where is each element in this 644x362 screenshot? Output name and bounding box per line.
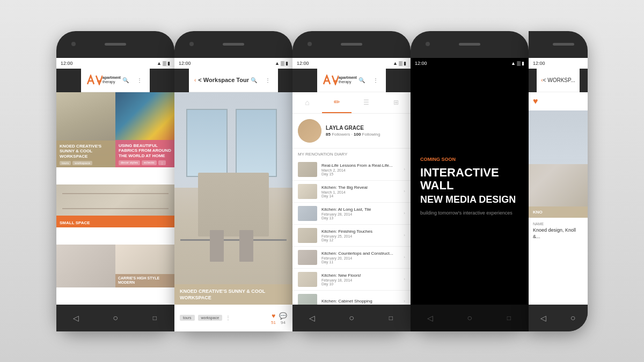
partial-like-row: ♥ bbox=[529, 92, 588, 110]
app-bar-icons-1[interactable]: 🔍 ⋮ bbox=[121, 75, 144, 85]
signal-icon-1: ||| bbox=[163, 61, 166, 66]
phone-top-1 bbox=[56, 31, 174, 58]
partial-caption-title: Kno bbox=[533, 210, 583, 215]
back-btn-3[interactable]: ◁ bbox=[306, 312, 318, 324]
app-bar-1: apartment therapy 🔍 ⋮ bbox=[81, 69, 150, 92]
profile-tabs[interactable]: ⌂ ✏ ☰ ⊞ bbox=[292, 92, 411, 114]
search-icon-3[interactable]: 🔍 bbox=[357, 75, 367, 85]
speaker-1 bbox=[105, 43, 126, 46]
phone-top-3 bbox=[292, 31, 411, 58]
feed-item-knoed[interactable]: KNOED CREATIVE'S SUNNY & COOL WORKSPACE … bbox=[56, 92, 115, 167]
home-btn-5[interactable]: ○ bbox=[567, 312, 579, 324]
followers-count: 85 bbox=[326, 132, 331, 137]
diary-title-6: Kitchen: Cabinet Shopping bbox=[321, 299, 399, 304]
diary-item-5[interactable]: Kitchen: New Floors! February 18, 2014 D… bbox=[292, 269, 411, 291]
status-time-2: 12:00 bbox=[179, 61, 191, 66]
diary-thumb-2 bbox=[298, 206, 317, 221]
profile-avatar bbox=[298, 119, 321, 143]
feed-item-bookshelf[interactable] bbox=[56, 245, 115, 287]
recents-btn-4[interactable]: □ bbox=[503, 312, 515, 324]
heart-icon-5[interactable]: ♥ bbox=[533, 97, 538, 106]
at-logo-3 bbox=[323, 75, 339, 85]
status-bar-5: 12:00 bbox=[529, 58, 588, 69]
diary-item-3[interactable]: Kitchen: Finishing Touches February 25, … bbox=[292, 225, 411, 247]
partial-name-section: NAME Knoed design, Knoll &... bbox=[529, 218, 588, 245]
diary-info-0: Real-Life Lessons From a Real-Life... Ma… bbox=[321, 163, 399, 176]
app-bar-icons-3[interactable]: 🔍 ⋮ bbox=[357, 75, 380, 85]
diary-thumb-1 bbox=[298, 184, 317, 199]
diary-date-5: February 18, 2014 bbox=[321, 278, 399, 282]
diary-title-2: Kitchen: At Long Last, Tile bbox=[321, 207, 399, 212]
dark-screen: COMING SOON INTERACTIVE WALL NEW MEDIA D… bbox=[411, 69, 529, 305]
partial-name-label: NAME bbox=[533, 222, 583, 226]
promo-subtitle: building tomorrow's interactive experien… bbox=[420, 210, 513, 217]
diary-date-3: February 25, 2014 bbox=[321, 234, 399, 238]
diary-date-1: March 1, 2014 bbox=[321, 190, 399, 194]
feed-title-carrie: CARRIE'S HIGH STYLE MODERN bbox=[118, 276, 172, 285]
diary-info-3: Kitchen: Finishing Touches February 25, … bbox=[321, 229, 399, 242]
home-btn-3[interactable]: ○ bbox=[346, 312, 357, 324]
wifi-icon-2: ▲ bbox=[275, 61, 280, 66]
back-btn-5[interactable]: ◁ bbox=[538, 312, 550, 324]
feed-overlay-knoed: KNOED CREATIVE'S SUNNY & COOL WORKSPACE … bbox=[56, 141, 115, 167]
battery-icon-1: ▮ bbox=[167, 61, 170, 66]
battery-icon-3: ▮ bbox=[404, 61, 406, 66]
diary-tab-icon: ✏ bbox=[334, 98, 340, 106]
recents-btn-3[interactable]: □ bbox=[385, 312, 397, 324]
menu-icon-1[interactable]: ⋮ bbox=[135, 75, 144, 85]
camera-2 bbox=[189, 42, 194, 46]
search-icon-1[interactable]: 🔍 bbox=[121, 75, 130, 85]
diary-thumb-4 bbox=[298, 250, 317, 265]
diary-info-2: Kitchen: At Long Last, Tile February 28,… bbox=[321, 207, 399, 220]
phone-1: 12:00 ▲ ||| ▮ apartment therapy 🔍 ⋮ bbox=[56, 31, 174, 331]
phone-5: 12:00 ‹ < WORKSP... ♥ Kno NAME Knoed des… bbox=[529, 31, 588, 331]
app-bar-title-2: < Workspace Tour bbox=[198, 77, 249, 83]
home-btn-4[interactable]: ○ bbox=[464, 312, 475, 324]
wifi-icon-4: ▲ bbox=[511, 61, 516, 66]
partial-name-text: Knoed design, Knoll &... bbox=[533, 227, 583, 240]
back-chevron-2[interactable]: ‹ bbox=[194, 77, 196, 83]
tab-home[interactable]: ⌂ bbox=[292, 92, 322, 113]
signal-icon-2: ||| bbox=[281, 61, 284, 66]
search-icon-2[interactable]: 🔍 bbox=[249, 75, 259, 85]
tag-workspace: workspace bbox=[72, 161, 92, 165]
diary-item-1[interactable]: Kitchen: The Big Reveal March 1, 2014 Da… bbox=[292, 181, 411, 203]
tag-more: ⋮ bbox=[158, 160, 166, 165]
new-media-line2: NEW MEDIA DESIGN bbox=[420, 194, 516, 205]
diary-day-2: Day 13 bbox=[321, 216, 399, 220]
status-bar-3: 12:00 ▲ ||| ▮ bbox=[292, 58, 411, 69]
status-time-1: 12:00 bbox=[61, 61, 73, 66]
screen-3: ⌂ ✏ ☰ ⊞ LAYLA GRACE bbox=[292, 92, 411, 305]
tab-bookmark[interactable]: ⊞ bbox=[381, 92, 411, 113]
feed-item-carrie[interactable]: CARRIE'S HIGH STYLE MODERN bbox=[115, 245, 174, 287]
speaker-4 bbox=[459, 43, 480, 46]
feed-item-fabric[interactable]: USING BEAUTIFUL FABRICS FROM AROUND THE … bbox=[115, 92, 174, 167]
back-btn-1[interactable]: ◁ bbox=[70, 312, 82, 324]
workspace-hero bbox=[174, 92, 292, 305]
status-time-4: 12:00 bbox=[415, 61, 427, 66]
diary-day-4: Day 11 bbox=[321, 260, 399, 264]
battery-icon-4: ▮ bbox=[522, 61, 524, 66]
diary-item-6[interactable]: Kitchen: Cabinet Shopping › bbox=[292, 291, 411, 305]
menu-icon-2[interactable]: ⋮ bbox=[263, 75, 273, 85]
app-bar-icons-2[interactable]: 🔍 ⋮ bbox=[249, 75, 273, 85]
diary-item-4[interactable]: Kitchen: Countertops and Construct... Fe… bbox=[292, 247, 411, 269]
back-btn-4[interactable]: ◁ bbox=[425, 312, 436, 324]
tab-list[interactable]: ☰ bbox=[352, 92, 381, 113]
recents-btn-1[interactable]: □ bbox=[149, 312, 160, 324]
feed-item-smallspace[interactable]: SMALL SPACE bbox=[56, 184, 174, 227]
diary-day-3: Day 12 bbox=[321, 238, 399, 242]
diary-item-0[interactable]: Real-Life Lessons From a Real-Life... Ma… bbox=[292, 159, 411, 181]
diary-thumb-6 bbox=[298, 294, 317, 305]
screen-2: KNOED CREATIVE'S SUNNY & COOL WORKSPACE … bbox=[174, 92, 292, 305]
profile-info: LAYLA GRACE 85 Followers · 100 Following bbox=[326, 125, 380, 137]
home-btn-1[interactable]: ○ bbox=[109, 312, 121, 324]
status-icons-2: ▲ ||| ▮ bbox=[275, 61, 288, 66]
status-bar-4: 12:00 ▲ ||| ▮ bbox=[411, 58, 529, 69]
diary-info-1: Kitchen: The Big Reveal March 1, 2014 Da… bbox=[321, 185, 399, 198]
diary-item-2[interactable]: Kitchen: At Long Last, Tile February 28,… bbox=[292, 203, 411, 225]
diary-thumb-5 bbox=[298, 272, 317, 287]
tab-diary[interactable]: ✏ bbox=[322, 92, 352, 113]
menu-icon-3[interactable]: ⋮ bbox=[371, 75, 380, 85]
phone-4: 12:00 ▲ ||| ▮ COMING SOON INTERACTIVE WA… bbox=[411, 31, 529, 331]
